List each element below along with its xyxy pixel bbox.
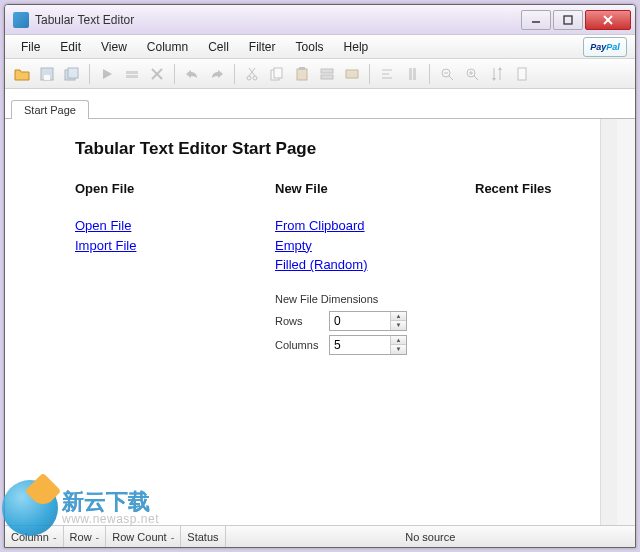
- status-rowcount: Row Count-: [106, 526, 181, 547]
- svg-rect-18: [274, 68, 282, 78]
- document-icon[interactable]: [511, 63, 533, 85]
- window-controls: [521, 10, 631, 30]
- status-status: Status: [181, 526, 225, 547]
- svg-marker-8: [103, 69, 112, 79]
- svg-rect-27: [409, 68, 412, 80]
- from-clipboard-link[interactable]: From Clipboard: [275, 216, 415, 236]
- svg-rect-22: [321, 75, 333, 79]
- zoom-out-icon[interactable]: [436, 63, 458, 85]
- redo-icon[interactable]: [206, 63, 228, 85]
- svg-point-13: [247, 76, 251, 80]
- page-title: Tabular Text Editor Start Page: [75, 139, 599, 159]
- open-icon[interactable]: [11, 63, 33, 85]
- cols-up-icon[interactable]: ▲: [391, 336, 406, 345]
- svg-rect-1: [564, 16, 572, 24]
- empty-link[interactable]: Empty: [275, 236, 415, 256]
- delete-icon[interactable]: [146, 63, 168, 85]
- start-page-content: Tabular Text Editor Start Page Open File…: [5, 119, 635, 525]
- cut-icon[interactable]: [241, 63, 263, 85]
- svg-rect-23: [346, 70, 358, 78]
- svg-rect-5: [44, 75, 50, 80]
- app-window: Tabular Text Editor File Edit View Colum…: [4, 4, 636, 548]
- app-icon: [13, 12, 29, 28]
- menu-edit[interactable]: Edit: [52, 38, 89, 56]
- columns-label: Columns: [275, 339, 321, 351]
- svg-marker-37: [492, 78, 496, 81]
- status-source: No source: [226, 526, 635, 547]
- undo-icon[interactable]: [181, 63, 203, 85]
- columns-input[interactable]: [330, 336, 390, 354]
- window-title: Tabular Text Editor: [35, 13, 521, 27]
- svg-rect-19: [297, 69, 307, 80]
- copy-row-icon[interactable]: [316, 63, 338, 85]
- maximize-button[interactable]: [553, 10, 583, 30]
- menu-cell[interactable]: Cell: [200, 38, 237, 56]
- svg-rect-40: [518, 68, 526, 80]
- align-icon[interactable]: [376, 63, 398, 85]
- menu-column[interactable]: Column: [139, 38, 196, 56]
- paste-icon[interactable]: [291, 63, 313, 85]
- close-button[interactable]: [585, 10, 631, 30]
- paypal-button[interactable]: PayPal: [583, 37, 627, 57]
- tab-start-page[interactable]: Start Page: [11, 100, 89, 119]
- rows-up-icon[interactable]: ▲: [391, 312, 406, 321]
- import-file-link[interactable]: Import File: [75, 236, 215, 256]
- svg-line-30: [449, 76, 453, 80]
- status-row: Row-: [64, 526, 107, 547]
- svg-rect-10: [126, 75, 138, 78]
- menu-file[interactable]: File: [13, 38, 48, 56]
- open-file-link[interactable]: Open File: [75, 216, 215, 236]
- svg-rect-7: [68, 68, 78, 78]
- rows-input[interactable]: [330, 312, 390, 330]
- filled-random-link[interactable]: Filled (Random): [275, 255, 415, 275]
- svg-point-14: [253, 76, 257, 80]
- save-all-icon[interactable]: [61, 63, 83, 85]
- svg-rect-9: [126, 71, 138, 74]
- sort-icon[interactable]: [486, 63, 508, 85]
- statusbar: Column- Row- Row Count- Status No source: [5, 525, 635, 547]
- zoom-in-icon[interactable]: [461, 63, 483, 85]
- vertical-scrollbar[interactable]: [600, 119, 617, 525]
- paste-row-icon[interactable]: [341, 63, 363, 85]
- menu-filter[interactable]: Filter: [241, 38, 284, 56]
- insert-row-icon[interactable]: [121, 63, 143, 85]
- minimize-button[interactable]: [521, 10, 551, 30]
- run-icon[interactable]: [96, 63, 118, 85]
- tabstrip: Start Page: [5, 95, 635, 119]
- cols-down-icon[interactable]: ▼: [391, 345, 406, 354]
- open-file-section: Open File Open File Import File: [75, 181, 215, 359]
- svg-line-33: [474, 76, 478, 80]
- dimensions-label: New File Dimensions: [275, 293, 415, 305]
- recent-files-heading: Recent Files: [475, 181, 615, 196]
- titlebar: Tabular Text Editor: [5, 5, 635, 35]
- status-column: Column-: [5, 526, 64, 547]
- rows-label: Rows: [275, 315, 321, 327]
- columns-spinner: ▲▼: [329, 335, 407, 355]
- menubar: File Edit View Column Cell Filter Tools …: [5, 35, 635, 59]
- recent-files-section: Recent Files: [475, 181, 615, 359]
- svg-marker-39: [498, 67, 502, 70]
- svg-rect-21: [321, 69, 333, 73]
- toolbar: [5, 59, 635, 89]
- copy-icon[interactable]: [266, 63, 288, 85]
- insert-col-icon[interactable]: [401, 63, 423, 85]
- svg-rect-20: [299, 67, 305, 70]
- save-icon[interactable]: [36, 63, 58, 85]
- open-file-heading: Open File: [75, 181, 215, 196]
- rows-down-icon[interactable]: ▼: [391, 321, 406, 330]
- menu-help[interactable]: Help: [336, 38, 377, 56]
- rows-spinner: ▲▼: [329, 311, 407, 331]
- new-file-section: New File From Clipboard Empty Filled (Ra…: [275, 181, 415, 359]
- menu-view[interactable]: View: [93, 38, 135, 56]
- svg-rect-28: [413, 68, 416, 80]
- menu-tools[interactable]: Tools: [288, 38, 332, 56]
- new-file-heading: New File: [275, 181, 415, 196]
